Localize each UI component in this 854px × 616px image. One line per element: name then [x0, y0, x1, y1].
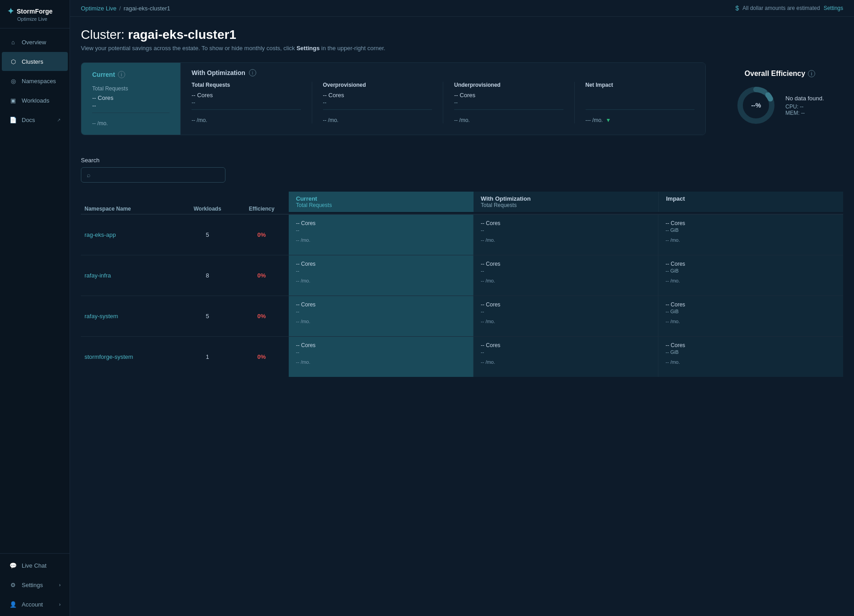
external-link-icon: ↗ — [57, 118, 61, 122]
topbar-settings-link[interactable]: Settings — [824, 5, 843, 11]
donut-chart: --% — [736, 85, 776, 126]
sidebar-label-settings: Settings — [22, 582, 43, 588]
account-icon: 👤 — [9, 600, 17, 608]
opt-over-dash: -- — [323, 99, 432, 106]
col-header-current-block: Current Total Requests — [289, 192, 474, 212]
chevron-right-icon-2: › — [59, 602, 61, 607]
opt-data: -- Cores -- -- /mo. — [474, 296, 658, 336]
opt-mo: -- /mo. — [481, 278, 651, 283]
current-dash: -- — [296, 349, 466, 355]
cell-namespace: rag-eks-app — [81, 215, 180, 255]
col-header-eff: Efficiency — [235, 206, 289, 212]
current-dash: -- — [296, 268, 466, 273]
subtitle-bold: Settings — [296, 45, 319, 52]
search-box: ⌕ — [81, 167, 225, 183]
docs-icon: 📄 — [9, 116, 17, 124]
cell-efficiency: 0% — [235, 296, 289, 336]
net-mo-val: --- /mo. — [586, 117, 603, 123]
impact-gib: -- GiB — [666, 268, 836, 273]
efficiency-info: No data found. CPU: -- MEM: -- — [785, 95, 824, 116]
current-mo-val: -- /mo. — [92, 113, 169, 127]
sidebar-item-clusters[interactable]: ⬡ Clusters — [2, 52, 68, 71]
impact-mo: -- /mo. — [666, 278, 836, 283]
opt-total-mo: -- /mo. — [192, 109, 301, 123]
cell-workloads: 5 — [180, 215, 235, 255]
cell-workloads: 5 — [180, 296, 235, 336]
sidebar-label-workloads: Workloads — [22, 97, 49, 104]
opt-mo: -- /mo. — [481, 319, 651, 324]
sidebar-item-namespaces[interactable]: ◎ Namespaces — [2, 71, 68, 90]
sidebar-label-overview: Overview — [22, 39, 46, 46]
opt-cores: -- Cores — [481, 301, 651, 308]
impact-data: -- Cores -- GiB -- /mo. — [658, 255, 843, 296]
impact-data: -- Cores -- GiB -- /mo. — [658, 296, 843, 336]
opt-dash: -- — [481, 268, 651, 273]
opt-net-cores — [586, 92, 695, 99]
table-row: rafay-system 5 0% -- Cores -- -- /mo. --… — [81, 296, 843, 336]
opt-header-col1: Total Requests — [481, 202, 651, 208]
cell-workloads: 8 — [180, 255, 235, 296]
opt-mo: -- /mo. — [481, 359, 651, 365]
home-icon: ⌂ — [9, 38, 17, 46]
namespace-link[interactable]: rag-eks-app — [84, 231, 116, 238]
opt-header-label: With Optimization — [481, 195, 651, 202]
opt-total-dash: -- — [192, 99, 301, 106]
current-card: Current i Total Requests -- Cores -- -- … — [81, 63, 181, 135]
donut-label: --% — [751, 102, 761, 109]
cell-namespace: stormforge-system — [81, 337, 180, 377]
search-label: Search — [81, 157, 843, 164]
opt-under-dash: -- — [454, 99, 563, 106]
namespace-link[interactable]: rafay-system — [84, 313, 118, 320]
current-header-sub: Total Requests — [296, 202, 466, 208]
cell-namespace: rafay-infra — [81, 255, 180, 296]
main-content: Optimize Live / ragai-eks-cluster1 $ All… — [70, 0, 854, 616]
namespace-link[interactable]: stormforge-system — [84, 353, 133, 360]
current-mo: -- /mo. — [296, 359, 466, 365]
breadcrumb-parent[interactable]: Optimize Live — [81, 5, 117, 12]
chat-icon: 💬 — [9, 561, 17, 569]
settings-icon: ⚙ — [9, 581, 17, 589]
data-table: Namespace Name Workloads Efficiency Curr… — [81, 190, 843, 377]
opt-card-title: With Optimization — [192, 69, 245, 76]
current-cores-val: -- Cores — [92, 94, 169, 101]
topbar-right: $ All dollar amounts are estimated Setti… — [735, 5, 843, 12]
col-header-ns: Namespace Name — [81, 206, 180, 212]
impact-data: -- Cores -- GiB -- /mo. — [658, 215, 843, 255]
search-input[interactable] — [94, 172, 220, 179]
opt-data: -- Cores -- -- /mo. — [474, 255, 658, 296]
impact-header-label: Impact — [666, 195, 836, 202]
opt-col-over-label: Overprovisioned — [323, 82, 432, 88]
opt-col-net: Net Impact --- /mo. ▼ — [575, 82, 706, 123]
opt-col-under: Underprovisioned -- Cores -- -- /mo. — [443, 82, 575, 123]
opt-dash: -- — [481, 349, 651, 355]
opt-cores: -- Cores — [481, 261, 651, 267]
current-mo: -- /mo. — [296, 237, 466, 243]
clusters-icon: ⬡ — [9, 57, 17, 66]
sidebar-item-account[interactable]: 👤 Account › — [2, 595, 68, 614]
current-info-icon[interactable]: i — [118, 71, 125, 78]
breadcrumb: Optimize Live / ragai-eks-cluster1 — [81, 5, 170, 12]
opt-col-over: Overprovisioned -- Cores -- -- /mo. — [312, 82, 444, 123]
efficiency-value: 0% — [258, 231, 266, 238]
current-cores: -- Cores — [296, 342, 466, 348]
sidebar-logo: ✦ StormForge Optimize Live — [0, 0, 70, 28]
topbar-notice: All dollar amounts are estimated — [742, 5, 820, 11]
subtitle-text: View your potential savings across the e… — [81, 45, 295, 52]
namespace-link[interactable]: rafay-infra — [84, 272, 111, 279]
sidebar-item-workloads[interactable]: ▣ Workloads — [2, 91, 68, 110]
mem-val: MEM: -- — [785, 110, 824, 116]
sidebar-item-settings[interactable]: ⚙ Settings › — [2, 575, 68, 594]
efficiency-info-icon[interactable]: i — [808, 70, 815, 77]
sidebar-item-livechat[interactable]: 💬 Live Chat — [2, 556, 68, 575]
search-icon: ⌕ — [87, 171, 90, 179]
sidebar-item-docs[interactable]: 📄 Docs ↗ — [2, 110, 68, 129]
current-data: -- Cores -- -- /mo. — [289, 255, 474, 296]
workloads-icon: ▣ — [9, 96, 17, 104]
sidebar-item-overview[interactable]: ⌂ Overview — [2, 33, 68, 52]
opt-info-icon[interactable]: i — [249, 69, 256, 76]
topbar: Optimize Live / ragai-eks-cluster1 $ All… — [70, 0, 854, 17]
current-data: -- Cores -- -- /mo. — [289, 296, 474, 336]
opt-col-total-label: Total Requests — [192, 82, 301, 88]
impact-mo: -- /mo. — [666, 359, 836, 365]
current-cores: -- Cores — [296, 220, 466, 226]
